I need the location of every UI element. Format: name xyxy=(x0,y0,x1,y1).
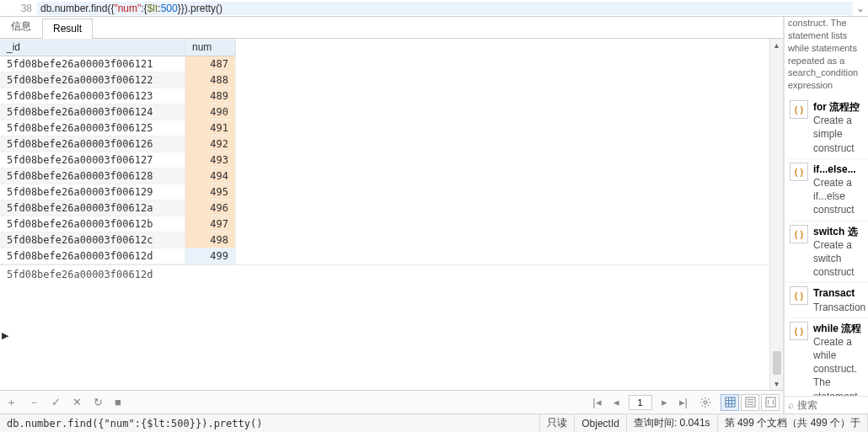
table-row[interactable]: 5fd08befe26a00003f00612a496 xyxy=(0,200,236,216)
gear-icon xyxy=(699,397,711,408)
scroll-up-icon[interactable]: ▴ xyxy=(774,39,779,51)
cell-num[interactable]: 489 xyxy=(185,88,236,104)
add-row-button[interactable]: ＋ xyxy=(3,393,19,412)
row-pointer-icon: ▶ xyxy=(2,330,8,341)
cell-id[interactable]: 5fd08befe26a00003f00612b xyxy=(0,216,185,232)
table-row[interactable]: 5fd08befe26a00003f00612b497 xyxy=(0,216,236,232)
cell-id[interactable]: 5fd08befe26a00003f00612a xyxy=(0,200,185,216)
tree-view-button[interactable] xyxy=(741,394,759,411)
code-editor-line[interactable]: 38 db.number.find({"num":{$lt:500}}).pre… xyxy=(0,0,868,17)
snippet-icon: ( ) xyxy=(790,100,808,119)
svg-rect-1 xyxy=(725,397,734,407)
cell-id[interactable]: 5fd08befe26a00003f006121 xyxy=(0,56,185,72)
cell-num[interactable]: 492 xyxy=(185,136,236,152)
table-row[interactable]: 5fd08befe26a00003f006123489 xyxy=(0,88,236,104)
snippet-desc: Create a switch construct xyxy=(813,239,855,278)
refresh-button[interactable]: ↻ xyxy=(91,394,105,410)
snippet-icon: ( ) xyxy=(790,322,808,340)
cell-id[interactable]: 5fd08befe26a00003f006123 xyxy=(0,88,185,104)
svg-point-0 xyxy=(704,401,707,404)
scroll-thumb[interactable] xyxy=(773,351,781,375)
snippet-title: Transact xyxy=(813,287,855,299)
table-row[interactable]: 5fd08befe26a00003f006129495 xyxy=(0,184,236,200)
snippet-item[interactable]: ( )TransactTransaction xyxy=(788,283,868,317)
col-header-id[interactable]: _id xyxy=(0,39,185,56)
cell-num[interactable]: 487 xyxy=(185,56,236,72)
cell-num[interactable]: 495 xyxy=(185,184,236,200)
snippet-title: while 流程 xyxy=(813,323,861,334)
snippet-search[interactable]: ⌕ xyxy=(785,396,868,413)
delete-row-button[interactable]: － xyxy=(26,393,42,412)
code-text[interactable]: db.number.find({"num":{$lt:500}}).pretty… xyxy=(37,2,853,15)
first-page-button[interactable]: |◂ xyxy=(590,394,603,410)
grid-view-button[interactable] xyxy=(721,394,739,411)
table-row[interactable]: 5fd08befe26a00003f006122488 xyxy=(0,72,236,88)
settings-button[interactable] xyxy=(697,395,714,410)
tab-result[interactable]: Result xyxy=(42,19,93,39)
cell-num[interactable]: 496 xyxy=(185,200,236,216)
status-time: 查询时间: 0.041s xyxy=(627,414,718,432)
snippet-icon: ( ) xyxy=(790,163,808,181)
col-header-num[interactable]: num xyxy=(185,39,236,56)
next-page-button[interactable]: ▸ xyxy=(659,394,670,410)
chevron-down-icon[interactable]: ⌄ xyxy=(853,3,868,14)
table-row[interactable]: 5fd08befe26a00003f006126492 xyxy=(0,136,236,152)
cell-id[interactable]: 5fd08befe26a00003f006129 xyxy=(0,184,185,200)
snippet-intro-text: construct. The statement lists while sta… xyxy=(785,17,868,95)
table-row[interactable]: 5fd08befe26a00003f006121487 xyxy=(0,56,236,72)
snippet-icon: ( ) xyxy=(790,225,808,243)
table-row[interactable]: 5fd08befe26a00003f00612c498 xyxy=(0,232,236,248)
table-row[interactable]: 5fd08befe26a00003f006128494 xyxy=(0,168,236,184)
page-input[interactable] xyxy=(629,395,652,410)
table-row[interactable]: 5fd08befe26a00003f006127493 xyxy=(0,152,236,168)
snippet-desc: Create a while construct. The statement … xyxy=(813,336,866,396)
tab-info[interactable]: 信息 xyxy=(0,15,42,38)
grid-toolbar: ＋ － ✓ ✕ ↻ ■ |◂ ◂ ▸ ▸| xyxy=(0,390,783,413)
cell-id[interactable]: 5fd08befe26a00003f006128 xyxy=(0,168,185,184)
line-number: 38 xyxy=(0,3,37,14)
cell-num[interactable]: 499 xyxy=(185,248,236,264)
search-icon: ⌕ xyxy=(788,399,794,411)
snippet-item[interactable]: ( )switch 选Create a switch construct xyxy=(788,221,868,284)
cell-id[interactable]: 5fd08befe26a00003f00612c xyxy=(0,232,185,248)
search-input[interactable] xyxy=(797,399,868,411)
cell-num[interactable]: 497 xyxy=(185,216,236,232)
table-row[interactable]: 5fd08befe26a00003f006125491 xyxy=(0,120,236,136)
scroll-down-icon[interactable]: ▾ xyxy=(774,377,779,390)
result-table: _id num 5fd08befe26a00003f0061214875fd08… xyxy=(0,39,236,264)
status-query: db.number.find({"num":{$lt:500}}).pretty… xyxy=(0,414,540,432)
cell-id[interactable]: 5fd08befe26a00003f006125 xyxy=(0,120,185,136)
snippet-desc: Create a if...else construct xyxy=(813,177,855,216)
snippet-desc: Create a simple construct xyxy=(813,115,855,153)
cell-num[interactable]: 490 xyxy=(185,104,236,120)
tree-icon xyxy=(745,397,756,408)
stop-button[interactable]: ■ xyxy=(112,394,124,410)
cell-id[interactable]: 5fd08befe26a00003f00612d xyxy=(0,248,185,264)
cell-id[interactable]: 5fd08befe26a00003f006122 xyxy=(0,72,185,88)
cell-num[interactable]: 494 xyxy=(185,168,236,184)
cell-num[interactable]: 493 xyxy=(185,152,236,168)
status-readonly: 只读 xyxy=(540,414,575,432)
status-bar: db.number.find({"num":{$lt:500}}).pretty… xyxy=(0,413,868,432)
status-type: ObjectId xyxy=(575,414,627,432)
cell-id[interactable]: 5fd08befe26a00003f006127 xyxy=(0,152,185,168)
vertical-scrollbar[interactable]: ▴ ▾ xyxy=(769,39,783,390)
snippet-item[interactable]: ( )for 流程控Create a simple construct xyxy=(788,97,868,159)
snippet-title: for 流程控 xyxy=(813,101,860,113)
snippet-item[interactable]: ( )if...else...Create a if...else constr… xyxy=(788,159,868,221)
cell-id[interactable]: 5fd08befe26a00003f006126 xyxy=(0,136,185,152)
prev-page-button[interactable]: ◂ xyxy=(611,394,622,410)
table-row[interactable]: 5fd08befe26a00003f006124490 xyxy=(0,104,236,120)
cell-id[interactable]: 5fd08befe26a00003f006124 xyxy=(0,104,185,120)
cancel-button[interactable]: ✕ xyxy=(70,394,84,410)
snippet-item[interactable]: ( )while 流程Create a while construct. The… xyxy=(788,318,868,396)
cell-num[interactable]: 498 xyxy=(185,232,236,248)
cell-num[interactable]: 488 xyxy=(185,72,236,88)
confirm-button[interactable]: ✓ xyxy=(49,394,63,410)
svg-rect-3 xyxy=(765,397,774,407)
cell-num[interactable]: 491 xyxy=(185,120,236,136)
selected-cell-value: 5fd08befe26a00003f00612d xyxy=(0,264,769,284)
table-row[interactable]: 5fd08befe26a00003f00612d499 xyxy=(0,248,236,264)
last-page-button[interactable]: ▸| xyxy=(677,394,690,410)
json-view-button[interactable] xyxy=(761,394,780,411)
